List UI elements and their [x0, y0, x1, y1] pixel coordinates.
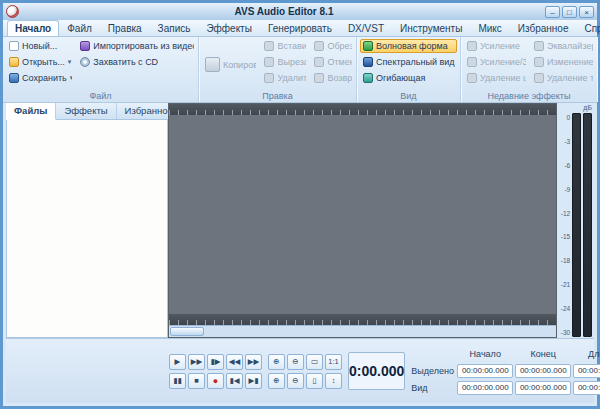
zoom-out-button[interactable]: ⊖ — [287, 354, 304, 370]
level-meters: дБ 0 -3 -6 -9 -12 -15 -18 -21 -24 -30 — [557, 103, 594, 338]
tab-help[interactable]: Справка — [576, 20, 600, 36]
tab-tools[interactable]: Инструменты — [392, 20, 470, 36]
tab-effects[interactable]: Эффекты — [198, 20, 259, 36]
waveform-canvas[interactable] — [169, 115, 556, 314]
tab-favorites[interactable]: Избранное — [510, 20, 577, 36]
title-bar[interactable]: AVS Audio Editor 8.1 – □ × — [3, 3, 597, 20]
silence-removal-button[interactable]: Удаление тишины — [531, 71, 594, 85]
forward-button[interactable]: ▶▶ — [245, 354, 262, 370]
spectral-view-button[interactable]: Спектральный вид — [360, 55, 457, 69]
fade-button[interactable]: Усиление/Затухание — [464, 55, 527, 69]
group-caption-recent-effects: Недавние эффекты — [464, 90, 594, 102]
trim-icon — [314, 41, 324, 51]
sidebar-tab-effects[interactable]: Эффекты — [56, 103, 116, 119]
go-to-end-button[interactable]: ▶▮ — [245, 373, 262, 389]
scrollbar-thumb[interactable] — [170, 327, 204, 336]
zoom-full-button[interactable]: 1:1 — [325, 354, 342, 370]
redo-icon — [314, 73, 324, 83]
paste-icon — [264, 41, 274, 51]
scissors-icon — [264, 57, 274, 67]
rewind-button[interactable]: ◀◀ — [226, 354, 243, 370]
undo-icon — [314, 57, 324, 67]
ribbon-group-file: Новый... Открыть... ▾ Сохранить ▾ — [3, 37, 199, 102]
play-button[interactable]: ▶ — [169, 354, 186, 370]
equalizer-icon — [534, 41, 544, 51]
sidebar-tab-files[interactable]: Файлы — [6, 103, 56, 120]
play-selection-button[interactable]: ▶▶ — [188, 354, 205, 370]
film-icon — [80, 41, 90, 51]
meter-bar-left — [572, 113, 581, 337]
silence-removal-icon — [534, 73, 544, 83]
waveform-icon — [363, 41, 373, 51]
envelope-view-button[interactable]: Огибающая — [360, 71, 457, 85]
col-header-length: Длина — [573, 349, 600, 359]
go-to-start-button[interactable]: ▮◀ — [226, 373, 243, 389]
tab-record[interactable]: Запись — [150, 20, 199, 36]
new-file-button[interactable]: Новый... — [6, 39, 73, 53]
timeline-ruler-bottom[interactable] — [169, 314, 556, 325]
selected-start-field[interactable]: 00:00:00.000 — [457, 364, 513, 378]
selected-length-field[interactable]: 00:00:00.000 — [573, 364, 600, 378]
tab-file[interactable]: Файл — [59, 20, 100, 36]
ribbon-tab-bar: Начало Файл Правка Запись Эффекты Генери… — [3, 20, 597, 37]
record-button[interactable]: ● — [207, 373, 224, 389]
zoom-vertical-in-button[interactable]: ⊕ — [268, 373, 285, 389]
amplify-button[interactable]: Усиление — [464, 39, 527, 53]
delete-icon — [264, 73, 274, 83]
paste-button[interactable]: Вставить ▾ — [261, 39, 307, 53]
new-file-icon — [9, 41, 19, 51]
horizontal-scrollbar[interactable] — [169, 325, 556, 337]
chevron-down-icon: ▾ — [68, 58, 72, 66]
equalizer-button[interactable]: Эквалайзер — [531, 39, 594, 53]
tab-home[interactable]: Начало — [7, 20, 59, 36]
ribbon: Новый... Открыть... ▾ Сохранить ▾ — [3, 37, 597, 103]
tab-edit[interactable]: Правка — [100, 20, 150, 36]
undo-button[interactable]: Отмена ▾ — [311, 55, 353, 69]
tab-dxvst[interactable]: DX/VST — [340, 20, 392, 36]
pause-button[interactable]: ▮▮ — [169, 373, 186, 389]
timeline-ruler-top[interactable] — [169, 104, 556, 115]
group-caption-file: Файл — [6, 90, 195, 102]
noise-removal-icon — [467, 73, 477, 83]
minimize-button[interactable]: – — [545, 6, 560, 18]
selection-info-grid: Начало Конец Длина Выделено 00:00:00.000… — [411, 347, 600, 396]
redo-button[interactable]: Возврат ▾ — [311, 71, 353, 85]
tempo-change-button[interactable]: Изменение темпа — [531, 55, 594, 69]
tab-mix[interactable]: Микс — [470, 20, 509, 36]
files-list-panel[interactable] — [6, 120, 168, 338]
app-window: AVS Audio Editor 8.1 – □ × Начало Файл П… — [0, 0, 600, 409]
zoom-vertical-full-button[interactable]: ↕ — [325, 373, 342, 389]
zoom-selection-button[interactable]: ▭ — [306, 354, 323, 370]
zoom-vertical-selection-button[interactable]: ▯ — [306, 373, 323, 389]
cut-button[interactable]: Вырезать ▾ — [261, 55, 307, 69]
close-button[interactable]: × — [579, 6, 594, 18]
time-display: 0:00.000 — [348, 352, 405, 390]
trim-button[interactable]: Обрезать — [311, 39, 353, 53]
app-logo-icon — [6, 5, 19, 18]
envelope-icon — [363, 73, 373, 83]
zoom-vertical-out-button[interactable]: ⊖ — [287, 373, 304, 389]
tab-generate[interactable]: Генерировать — [260, 20, 340, 36]
selected-end-field[interactable]: 00:00:00.000 — [515, 364, 571, 378]
tempo-icon — [534, 57, 544, 67]
noise-removal-button[interactable]: Удаление шума — [464, 71, 527, 85]
view-start-field[interactable]: 00:00:00.000 — [457, 381, 513, 395]
delete-button[interactable]: Удалить ▾ — [261, 71, 307, 85]
waveform-area[interactable] — [168, 103, 557, 338]
zoom-in-button[interactable]: ⊕ — [268, 354, 285, 370]
stop-button[interactable]: ■ — [188, 373, 205, 389]
row-label-view: Вид — [411, 383, 455, 393]
copy-button[interactable]: Копировать ▾ — [202, 55, 257, 74]
capture-cd-button[interactable]: Захватить с CD — [77, 55, 195, 69]
fade-icon — [467, 57, 477, 67]
waveform-view-button[interactable]: Волновая форма — [360, 39, 457, 53]
sidebar: Файлы Эффекты Избранное — [6, 103, 168, 338]
open-file-button[interactable]: Открыть... ▾ — [6, 55, 73, 69]
import-from-video-button[interactable]: Импортировать из видео — [77, 39, 195, 53]
view-end-field[interactable]: 00:00:00.000 — [515, 381, 571, 395]
play-to-end-button[interactable]: ▮▶ — [207, 354, 224, 370]
zoom-buttons: ⊕ ⊖ ▭ 1:1 ⊕ ⊖ ▯ ↕ — [268, 354, 342, 389]
save-button[interactable]: Сохранить ▾ — [6, 71, 73, 85]
maximize-button[interactable]: □ — [562, 6, 577, 18]
view-length-field[interactable]: 00:00:00.000 — [573, 381, 600, 395]
